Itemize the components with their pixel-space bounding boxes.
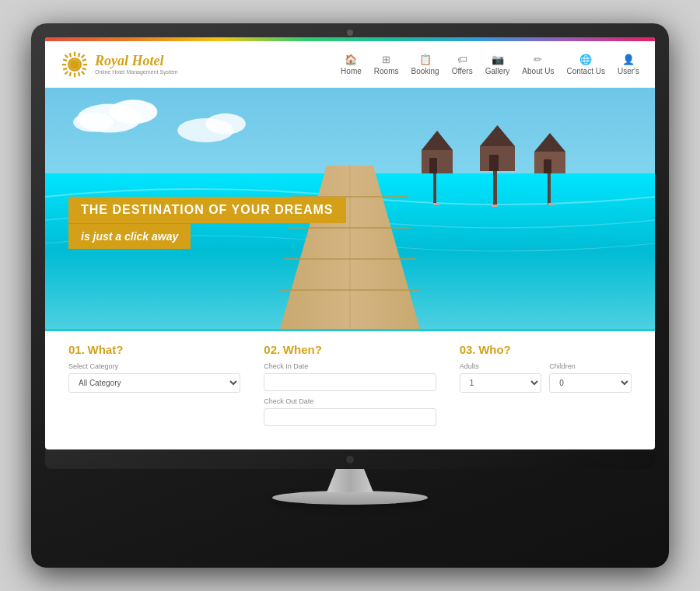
svg-rect-29 — [433, 173, 436, 205]
booking-step-when: 02. When? Check In Date Check Out Date — [264, 343, 436, 432]
svg-rect-32 — [489, 155, 499, 171]
step1-field-label: Select Category — [68, 362, 240, 370]
step2-number: 02. — [264, 343, 280, 356]
step3-number: 03. — [460, 343, 476, 356]
svg-line-12 — [82, 68, 86, 68]
booking-section: 01. What? Select Category All Category 0… — [45, 329, 655, 444]
checkout-label: Check Out Date — [264, 397, 436, 405]
svg-line-9 — [70, 53, 71, 57]
logo-text: Royal Hotel Online Hotel Management Syst… — [95, 54, 178, 75]
checkin-label: Check In Date — [264, 362, 436, 370]
monitor-chin-dot — [346, 456, 354, 463]
booking-step-who: 03. Who? Adults 1 2 3 4 Children — [460, 343, 632, 399]
nav-about[interactable]: ✏ About Us — [522, 54, 554, 75]
monitor: Royal Hotel Online Hotel Management Syst… — [31, 23, 669, 568]
monitor-stand-base — [272, 491, 428, 505]
hero-background: THE DESTINATION OF YOUR DREAMS is just a… — [45, 88, 655, 329]
step2-heading: 02. When? — [264, 343, 436, 356]
step1-label: What? — [87, 343, 123, 356]
home-icon: 🏠 — [345, 54, 357, 65]
children-col: Children 0 1 2 3 — [549, 362, 632, 399]
gallery-icon: 📷 — [492, 54, 504, 65]
adults-select[interactable]: 1 2 3 4 — [460, 373, 542, 393]
logo-hotel-subtitle: Online Hotel Management System — [95, 69, 178, 75]
svg-rect-36 — [544, 159, 551, 173]
nav-gallery-label: Gallery — [485, 67, 510, 75]
step2-label: When? — [283, 343, 322, 356]
category-select[interactable]: All Category — [68, 373, 240, 393]
step1-number: 01. — [68, 343, 85, 356]
svg-line-7 — [82, 54, 85, 58]
users-icon: 👤 — [622, 54, 635, 65]
svg-rect-28 — [429, 158, 437, 173]
navbar: Royal Hotel Online Hotel Management Syst… — [45, 41, 655, 88]
adults-label: Adults — [460, 362, 542, 370]
monitor-chin — [45, 449, 655, 469]
svg-rect-40 — [548, 203, 555, 205]
svg-line-11 — [82, 59, 86, 60]
svg-point-17 — [70, 59, 80, 69]
booking-icon: 📋 — [419, 54, 432, 65]
nav-rooms[interactable]: ⊞ Rooms — [374, 54, 399, 75]
nav-home[interactable]: 🏠 Home — [341, 54, 362, 75]
booking-step-what: 01. What? Select Category All Category — [68, 343, 240, 399]
nav-booking-label: Booking — [411, 67, 439, 75]
nav-contact[interactable]: 🌐 Contact Us — [567, 54, 605, 75]
nav-offers[interactable]: 🏷 Offers — [452, 54, 473, 75]
who-row: Adults 1 2 3 4 Children 0 1 2 — [460, 362, 632, 399]
step3-label: Who? — [478, 343, 511, 356]
about-icon: ✏ — [534, 54, 542, 65]
svg-rect-38 — [433, 203, 439, 205]
svg-point-20 — [110, 100, 158, 124]
svg-line-5 — [65, 54, 68, 58]
svg-marker-30 — [480, 125, 515, 146]
boardwalk-svg — [280, 166, 420, 329]
hero-tagline-sub: is just a click away — [68, 224, 191, 249]
svg-point-23 — [205, 114, 246, 135]
nav-rooms-label: Rooms — [374, 67, 399, 75]
children-label: Children — [549, 362, 632, 370]
svg-line-10 — [79, 53, 79, 57]
logo-sun-icon — [61, 51, 89, 79]
step1-heading: 01. What? — [68, 343, 240, 356]
svg-marker-26 — [422, 131, 453, 150]
svg-marker-34 — [534, 133, 565, 152]
svg-point-21 — [73, 113, 114, 132]
logo-hotel-name: Royal Hotel — [95, 54, 178, 69]
svg-line-6 — [82, 71, 85, 74]
nav-users[interactable]: 👤 User's — [618, 54, 639, 75]
svg-rect-33 — [493, 171, 497, 206]
logo-area: Royal Hotel Online Hotel Management Syst… — [61, 51, 216, 79]
nav-gallery[interactable]: 📷 Gallery — [485, 54, 510, 75]
hero-tagline-main: THE DESTINATION OF YOUR DREAMS — [68, 197, 346, 223]
hero-section: THE DESTINATION OF YOUR DREAMS is just a… — [45, 88, 655, 329]
nav-about-label: About Us — [522, 67, 554, 75]
svg-rect-39 — [492, 205, 498, 207]
svg-line-16 — [63, 59, 67, 60]
monitor-screen: Royal Hotel Online Hotel Management Syst… — [45, 37, 655, 449]
children-select[interactable]: 0 1 2 3 — [549, 373, 632, 393]
checkin-input[interactable] — [264, 373, 436, 391]
nav-contact-label: Contact Us — [567, 67, 605, 75]
checkout-input[interactable] — [264, 408, 436, 426]
contact-icon: 🌐 — [579, 54, 592, 65]
nav-offers-label: Offers — [452, 67, 473, 75]
monitor-stand-neck — [327, 469, 373, 492]
bungalows-svg — [398, 119, 593, 236]
svg-rect-37 — [548, 173, 551, 205]
svg-line-14 — [70, 72, 71, 75]
offers-icon: 🏷 — [457, 54, 467, 65]
svg-line-15 — [63, 68, 67, 68]
nav-home-label: Home — [341, 67, 362, 75]
nav-booking[interactable]: 📋 Booking — [411, 54, 439, 75]
nav-links: 🏠 Home ⊞ Rooms 📋 Booking 🏷 Offers 📷 — [341, 54, 639, 75]
adults-col: Adults 1 2 3 4 — [460, 362, 542, 399]
nav-users-label: User's — [618, 67, 639, 75]
monitor-frame — [45, 449, 655, 543]
rooms-icon: ⊞ — [382, 54, 390, 65]
svg-line-13 — [79, 72, 79, 75]
svg-line-8 — [65, 71, 68, 74]
step3-heading: 03. Who? — [460, 343, 632, 356]
monitor-camera — [347, 30, 353, 36]
